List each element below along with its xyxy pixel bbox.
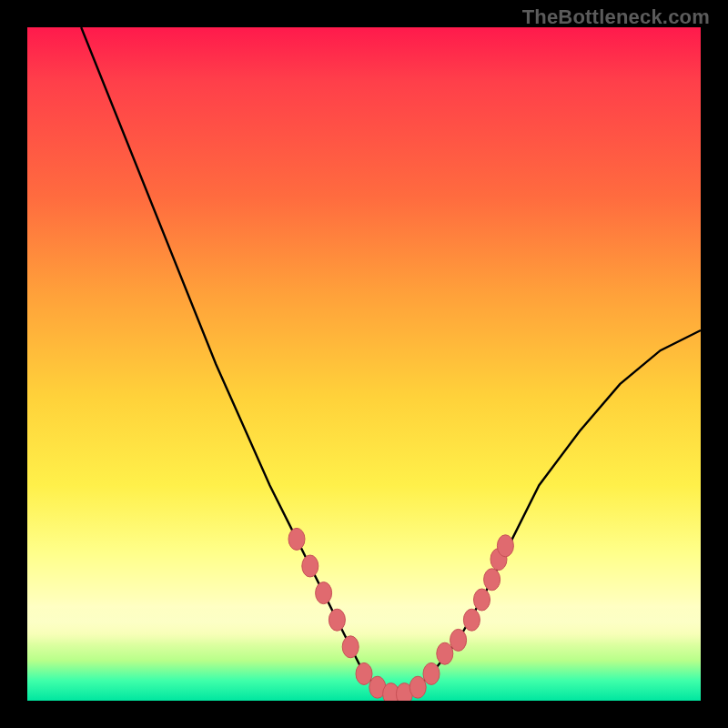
curve-marker xyxy=(410,676,426,698)
curve-marker xyxy=(342,636,359,658)
curve-marker xyxy=(302,555,318,577)
curve-marker xyxy=(484,569,500,591)
attribution-label: TheBottleneck.com xyxy=(522,5,710,29)
curve-marker xyxy=(423,662,440,684)
curve-marker xyxy=(474,589,490,611)
curve-marker xyxy=(383,683,399,701)
curve-marker xyxy=(450,629,467,651)
curve-marker xyxy=(329,609,345,631)
curve-marker xyxy=(490,549,507,571)
curve-marker xyxy=(288,528,305,550)
curve-marker xyxy=(497,535,513,557)
curve-layer xyxy=(27,27,701,701)
curve-marker xyxy=(396,683,412,701)
plot-area xyxy=(27,27,701,701)
curve-marker xyxy=(463,609,480,631)
curve-marker xyxy=(316,582,332,604)
chart-frame: TheBottleneck.com xyxy=(0,0,728,728)
curve-markers xyxy=(288,528,513,701)
curve-marker xyxy=(369,676,386,698)
curve-marker xyxy=(437,642,453,664)
bottleneck-curve xyxy=(81,27,701,694)
highlight-band xyxy=(27,599,701,644)
curve-marker xyxy=(356,662,372,684)
